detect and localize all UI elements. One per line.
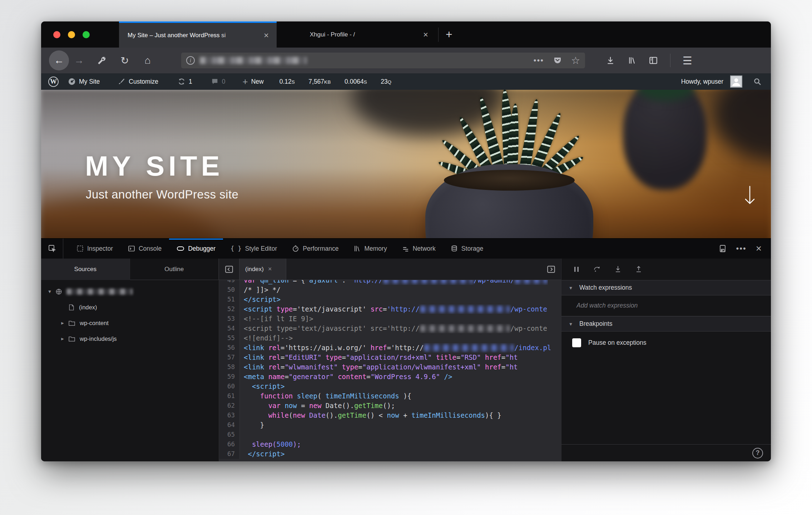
source-tree-item-domain[interactable]: ▾	[41, 284, 219, 299]
line-number-gutter[interactable]: 62	[219, 401, 240, 411]
query-monitor-stat[interactable]: 23Q	[381, 78, 391, 85]
line-number-gutter[interactable]: 51	[219, 295, 240, 304]
code-line[interactable]: 60 <script>	[219, 382, 561, 391]
admin-my-site[interactable]: My Site	[68, 78, 100, 85]
devtools-close-icon[interactable]: ×	[756, 243, 762, 254]
code-line[interactable]: 54<script type='text/javascript' src='ht…	[219, 324, 561, 333]
line-number-gutter[interactable]: 52	[219, 304, 240, 314]
admin-account[interactable]: Howdy, wpuser	[681, 75, 742, 88]
downloads-icon[interactable]	[606, 56, 615, 65]
devtools-tab-network[interactable]: Network	[395, 239, 443, 259]
menu-icon[interactable]: ☰	[683, 54, 692, 67]
devtools-tab-inspector[interactable]: Inspector	[69, 239, 120, 259]
query-monitor-stat[interactable]: 0.0064S	[345, 78, 367, 85]
close-tab-icon[interactable]: ×	[260, 29, 272, 42]
code-line[interactable]: 56<link rel='https://api.w.org/' href='h…	[219, 343, 561, 353]
caret-down-icon[interactable]: ▾	[46, 288, 53, 295]
reload-button[interactable]: ↻	[115, 50, 135, 70]
sources-panel-tab-sources[interactable]: Sources	[41, 259, 130, 280]
line-number-gutter[interactable]: 58	[219, 362, 240, 372]
code-line[interactable]: 61 function sleep( timeInMilliseconds ){	[219, 391, 561, 401]
code-line[interactable]: 63 while(new Date().getTime() < now + ti…	[219, 411, 561, 420]
add-watch-expression-input[interactable]: Add watch expression	[561, 295, 771, 316]
library-icon[interactable]	[627, 56, 637, 65]
breakpoints-header[interactable]: ▾ Breakpoints	[561, 316, 771, 332]
pause-on-exceptions-checkbox[interactable]	[572, 338, 581, 347]
expand-panel-icon[interactable]	[541, 259, 561, 280]
code-line[interactable]: 66 sleep(5000);	[219, 440, 561, 449]
devtools-tab-style-editor[interactable]: { }Style Editor	[223, 239, 284, 259]
admin-updates[interactable]: 1	[178, 78, 192, 85]
code-line[interactable]: 65	[219, 430, 561, 440]
scroll-down-arrow-icon[interactable]	[744, 185, 756, 206]
line-number-gutter[interactable]: 59	[219, 372, 240, 382]
forward-button[interactable]: →	[69, 50, 89, 70]
code-line[interactable]: 51</script>	[219, 295, 561, 304]
line-number-gutter[interactable]: 49	[219, 280, 240, 285]
sources-panel-tab-outline[interactable]: Outline	[130, 259, 219, 280]
url-bar[interactable]: i ••• ☆	[181, 53, 585, 68]
code-line[interactable]: 59<meta name="generator" content="WordPr…	[219, 372, 561, 382]
close-window-button[interactable]	[53, 31, 60, 38]
source-tree-item-wp-includes-js[interactable]: ▸wp-includes/js	[41, 331, 219, 347]
wordpress-logo-icon[interactable]: W	[48, 77, 59, 87]
devtools-tab-storage[interactable]: Storage	[443, 239, 491, 259]
line-number-gutter[interactable]: 64	[219, 420, 240, 430]
responsive-design-icon[interactable]	[718, 244, 727, 253]
code-line[interactable]: 64 }	[219, 420, 561, 430]
line-number-gutter[interactable]: 66	[219, 440, 240, 449]
code-line[interactable]: 53<!--[if lt IE 9]>	[219, 314, 561, 324]
help-icon[interactable]: ?	[752, 448, 763, 458]
wrench-icon[interactable]	[92, 50, 112, 70]
step-over-icon[interactable]	[590, 262, 604, 276]
devtools-tab-memory[interactable]: Memory	[346, 239, 394, 259]
close-source-icon[interactable]: ×	[268, 265, 272, 273]
line-number-gutter[interactable]: 53	[219, 314, 240, 324]
code-line[interactable]: 52<script type='text/javascript' src='ht…	[219, 304, 561, 314]
editor-source-tab[interactable]: (index) ×	[239, 259, 286, 280]
pocket-icon[interactable]	[553, 56, 562, 65]
code-line[interactable]: 58<link rel="wlwmanifest" type="applicat…	[219, 362, 561, 372]
site-identity-icon[interactable]: i	[186, 56, 195, 65]
tab-my-site[interactable]: My Site – Just another WordPress si ×	[119, 21, 277, 48]
tab-xhgui[interactable]: Xhgui - Profile - / ×	[277, 21, 438, 48]
source-tree-item-wp-content[interactable]: ▸wp-content	[41, 315, 219, 331]
home-button[interactable]: ⌂	[138, 50, 158, 70]
query-monitor-stat[interactable]: 0.12S	[279, 78, 295, 85]
step-in-icon[interactable]	[611, 262, 625, 276]
code-line[interactable]: 62 var now = new Date().getTime();	[219, 401, 561, 411]
caret-right-icon[interactable]: ▸	[59, 320, 66, 326]
search-icon[interactable]	[753, 77, 762, 86]
zoom-window-button[interactable]	[83, 31, 90, 38]
page-actions-icon[interactable]: •••	[534, 56, 544, 65]
line-number-gutter[interactable]: 57	[219, 353, 240, 362]
code-line[interactable]: 50/* ]]> */	[219, 285, 561, 295]
line-number-gutter[interactable]: 50	[219, 285, 240, 295]
admin-new[interactable]: + New	[243, 76, 264, 87]
devtools-tab-performance[interactable]: Performance	[284, 239, 346, 259]
devtools-menu-icon[interactable]: •••	[736, 244, 747, 253]
code-line[interactable]: 57<link rel="EditURI" type="application/…	[219, 353, 561, 362]
admin-customize[interactable]: Customize	[118, 78, 158, 85]
line-number-gutter[interactable]: 55	[219, 333, 240, 343]
back-button[interactable]: ←	[49, 50, 69, 70]
devtools-tab-debugger[interactable]: Debugger	[169, 239, 223, 259]
code-line[interactable]: 67 </script>	[219, 449, 561, 459]
close-tab-icon[interactable]: ×	[420, 28, 432, 41]
line-number-gutter[interactable]: 54	[219, 324, 240, 333]
code-line[interactable]: 49var qm_l10n = { ajaxurl : 'http:///wp-…	[219, 280, 561, 285]
pause-icon[interactable]	[569, 262, 584, 276]
watch-expressions-header[interactable]: ▾ Watch expressions	[561, 280, 771, 295]
line-number-gutter[interactable]: 56	[219, 343, 240, 353]
code-line[interactable]: 55<![endif]-->	[219, 333, 561, 343]
line-number-gutter[interactable]: 60	[219, 382, 240, 391]
line-number-gutter[interactable]: 65	[219, 430, 240, 440]
line-number-gutter[interactable]: 61	[219, 391, 240, 401]
caret-right-icon[interactable]: ▸	[59, 335, 66, 342]
devtools-tab-console[interactable]: Console	[120, 239, 169, 259]
query-monitor-stat[interactable]: 7,567KB	[308, 78, 331, 85]
source-tree-item--index-[interactable]: (index)	[41, 299, 219, 315]
line-number-gutter[interactable]: 63	[219, 411, 240, 420]
minimize-window-button[interactable]	[68, 31, 75, 38]
step-out-icon[interactable]	[632, 262, 646, 276]
